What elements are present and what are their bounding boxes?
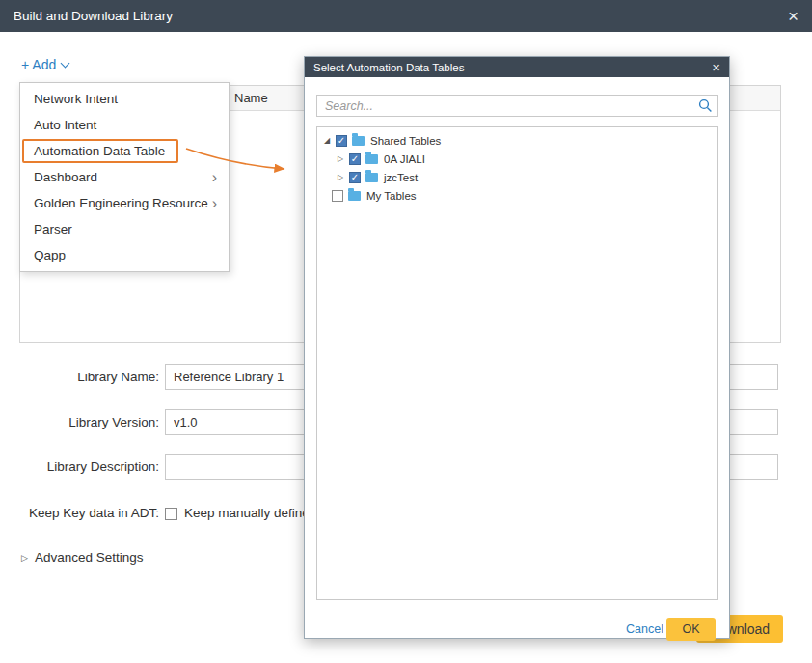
advanced-settings-toggle[interactable]: ▷ Advanced Settings xyxy=(21,550,144,565)
checkbox-checked[interactable]: ✓ xyxy=(349,172,361,183)
library-description-label: Library Description: xyxy=(0,459,159,474)
keep-key-checkbox-text: Keep manually defined xyxy=(184,506,316,520)
chevron-down-icon xyxy=(61,59,70,69)
build-and-download-library-dialog: Build and Download Library × + Add Name … xyxy=(0,0,812,663)
menu-item-auto-intent[interactable]: Auto Intent xyxy=(20,112,229,138)
submenu-arrow-icon: › xyxy=(212,170,217,185)
search-input[interactable] xyxy=(316,95,718,117)
expander-closed-icon[interactable]: ▷ xyxy=(338,173,349,181)
tree-item-label: jzcTest xyxy=(384,172,418,183)
tree-item-my-tables[interactable]: My Tables xyxy=(317,186,717,205)
advanced-settings-label: Advanced Settings xyxy=(35,550,144,565)
keep-key-checkbox[interactable] xyxy=(165,508,177,520)
dialog-title: Build and Download Library xyxy=(14,9,173,23)
expander-closed-icon[interactable]: ▷ xyxy=(338,154,349,163)
submenu-arrow-icon: › xyxy=(212,196,217,211)
keep-key-data-label: Keep Key data in ADT: xyxy=(0,506,159,520)
tree-item-label: My Tables xyxy=(366,190,417,202)
folder-icon xyxy=(352,136,365,146)
folder-icon xyxy=(365,173,378,182)
modal-close-icon[interactable]: × xyxy=(712,60,720,74)
close-icon[interactable]: × xyxy=(788,7,798,25)
checkbox-checked[interactable]: ✓ xyxy=(349,153,361,165)
tree-item-label: 0A JIALI xyxy=(384,153,425,165)
menu-item-automation-data-table[interactable]: Automation Data Table xyxy=(20,138,229,164)
tree-item-0a-jiali[interactable]: ▷ ✓ 0A JIALI xyxy=(317,150,717,168)
select-automation-data-tables-modal: Select Automation Data Tables × ◢ ✓ Shar… xyxy=(304,56,730,639)
dialog-titlebar: Build and Download Library × xyxy=(0,0,812,32)
menu-item-dashboard[interactable]: Dashboard › xyxy=(20,164,229,190)
expander-open-icon[interactable]: ◢ xyxy=(324,136,336,145)
folder-icon xyxy=(365,154,378,164)
table-column-name: Name xyxy=(234,91,268,105)
data-tables-tree: ◢ ✓ Shared Tables ▷ ✓ 0A JIALI ▷ ✓ jzcTe… xyxy=(316,126,718,600)
ok-button[interactable]: OK xyxy=(666,618,716,641)
cancel-button[interactable]: Cancel xyxy=(626,622,663,636)
menu-item-qapp[interactable]: Qapp xyxy=(20,242,229,268)
menu-item-golden-engineering-resource[interactable]: Golden Engineering Resource › xyxy=(20,190,229,216)
checkbox-checked[interactable]: ✓ xyxy=(336,135,347,147)
tree-item-jzctest[interactable]: ▷ ✓ jzcTest xyxy=(317,168,717,186)
search-icon[interactable] xyxy=(698,98,713,113)
add-dropdown-menu: Network Intent Auto Intent Automation Da… xyxy=(19,82,230,272)
library-version-label: Library Version: xyxy=(0,415,159,429)
folder-icon xyxy=(348,191,361,201)
add-menu-label: + Add xyxy=(21,57,56,72)
modal-titlebar: Select Automation Data Tables × xyxy=(305,57,729,77)
tree-item-shared-tables[interactable]: ◢ ✓ Shared Tables xyxy=(317,131,717,150)
add-menu-trigger[interactable]: + Add xyxy=(21,57,68,72)
tree-item-label: Shared Tables xyxy=(370,135,441,147)
menu-item-network-intent[interactable]: Network Intent xyxy=(20,86,229,112)
modal-title: Select Automation Data Tables xyxy=(313,62,464,73)
collapsed-triangle-icon: ▷ xyxy=(21,553,28,563)
library-name-label: Library Name: xyxy=(0,370,159,384)
menu-item-parser[interactable]: Parser xyxy=(20,216,229,242)
checkbox-unchecked[interactable] xyxy=(332,190,343,202)
